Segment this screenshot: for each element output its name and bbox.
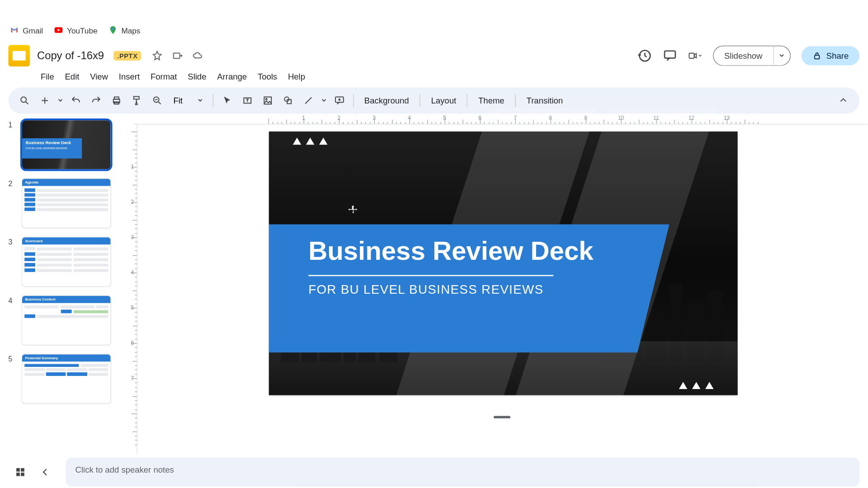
- zoom-out-icon[interactable]: [148, 92, 166, 110]
- thumbnail-5[interactable]: Financial Summary: [22, 354, 111, 404]
- share-label: Share: [826, 51, 849, 61]
- menu-arrange[interactable]: Arrange: [212, 70, 252, 84]
- bookmark-youtube[interactable]: YouTube: [54, 25, 98, 36]
- star-icon[interactable]: [152, 50, 163, 61]
- bookmark-maps-label: Maps: [121, 26, 140, 35]
- svg-rect-4: [689, 53, 694, 58]
- undo-icon[interactable]: [67, 92, 85, 110]
- thumb-number: 2: [9, 178, 16, 228]
- title-row: Copy of -16x9 .PPTX Slideshow Share: [0, 40, 868, 68]
- menu-edit[interactable]: Edit: [60, 70, 84, 84]
- triangle-decoration-br: [679, 382, 714, 389]
- move-icon[interactable]: [172, 50, 183, 61]
- bookmark-maps[interactable]: Maps: [108, 25, 140, 36]
- share-button[interactable]: Share: [801, 46, 859, 65]
- svg-rect-31: [21, 468, 24, 472]
- new-slide-dropdown-icon[interactable]: [56, 92, 65, 110]
- comment-add-icon[interactable]: [330, 92, 348, 110]
- print-icon[interactable]: [108, 92, 126, 110]
- search-menus-icon[interactable]: [15, 92, 33, 110]
- menu-help[interactable]: Help: [283, 70, 310, 84]
- menu-file[interactable]: File: [36, 70, 59, 84]
- canvas-area: 12345678910111213 1234567: [126, 114, 868, 455]
- menu-bar: File Edit View Insert Format Slide Arran…: [0, 68, 868, 87]
- vertical-ruler[interactable]: 1234567: [126, 124, 137, 454]
- bookmark-gmail-label: Gmail: [23, 26, 43, 35]
- triangle-decoration-tl: [293, 137, 328, 145]
- thumb-number: 3: [9, 237, 16, 287]
- paint-format-icon[interactable]: [128, 92, 146, 110]
- menu-view[interactable]: View: [85, 70, 113, 84]
- menu-slide[interactable]: Slide: [183, 70, 211, 84]
- thumb2-title: Agenda: [22, 179, 111, 186]
- slideshow-dropdown[interactable]: [774, 46, 791, 66]
- gmail-icon: [9, 25, 19, 36]
- separator: [467, 94, 467, 107]
- line-dropdown-icon[interactable]: [320, 92, 328, 110]
- menu-format[interactable]: Format: [146, 70, 182, 84]
- speaker-notes[interactable]: Click to add speaker notes: [66, 458, 859, 486]
- thumb5-title: Financial Summary: [22, 354, 111, 361]
- thumbnail-panel[interactable]: 1 Business Review Deck FOR BU LEVEL BUSI…: [0, 114, 126, 455]
- meet-icon[interactable]: [688, 48, 702, 63]
- present-handle[interactable]: [494, 416, 510, 418]
- redo-icon[interactable]: [87, 92, 105, 110]
- thumbnail-1[interactable]: Business Review Deck FOR BU LEVEL BUSINE…: [22, 120, 111, 170]
- collapse-toolbar-icon[interactable]: [835, 92, 853, 110]
- collapse-filmstrip-icon[interactable]: [39, 466, 51, 478]
- zoom-value: Fit: [173, 96, 183, 105]
- zoom-selector[interactable]: Fit: [169, 94, 208, 106]
- select-tool-icon[interactable]: [218, 92, 236, 110]
- thumb-number: 4: [9, 295, 16, 345]
- toolbar-theme[interactable]: Theme: [472, 94, 510, 108]
- thumb-number: 5: [9, 354, 16, 404]
- thumb3-title: Scorecard: [22, 237, 111, 244]
- shape-icon[interactable]: [279, 92, 297, 110]
- svg-point-14: [265, 99, 267, 100]
- bookmarks-bar: Gmail YouTube Maps: [0, 22, 868, 40]
- document-title[interactable]: Copy of -16x9: [37, 49, 104, 62]
- svg-rect-8: [114, 97, 119, 99]
- toolbar-background[interactable]: Background: [359, 94, 415, 108]
- separator: [353, 94, 354, 107]
- title-divider: [308, 275, 553, 276]
- menu-tools[interactable]: Tools: [253, 70, 282, 84]
- slideshow-button[interactable]: Slideshow: [713, 46, 774, 66]
- slides-app-icon[interactable]: [9, 45, 30, 67]
- bottom-bar: Click to add speaker notes: [0, 458, 868, 486]
- separator: [212, 94, 213, 107]
- toolbar-layout[interactable]: Layout: [425, 94, 462, 108]
- svg-point-1: [112, 28, 114, 29]
- svg-rect-30: [16, 468, 20, 472]
- lock-icon: [812, 51, 821, 61]
- new-slide-icon[interactable]: [36, 92, 54, 110]
- title-banner[interactable]: Business Review Deck FOR BU LEVEL BUSINE…: [269, 224, 670, 352]
- menu-insert[interactable]: Insert: [114, 70, 144, 84]
- image-icon[interactable]: [259, 92, 277, 110]
- thumbnail-3[interactable]: Scorecard: [22, 237, 111, 287]
- maps-icon: [108, 25, 118, 36]
- thumb4-title: Business Context: [22, 296, 111, 303]
- svg-rect-32: [16, 473, 20, 476]
- textbox-icon[interactable]: [238, 92, 256, 110]
- thumbnail-2[interactable]: Agenda: [22, 178, 111, 228]
- line-icon[interactable]: [299, 92, 317, 110]
- grid-view-icon[interactable]: [14, 466, 26, 478]
- youtube-icon: [54, 25, 63, 36]
- cloud-status-icon[interactable]: [193, 50, 203, 61]
- svg-point-6: [21, 97, 26, 103]
- thumb1-title: Business Review Deck: [26, 141, 78, 145]
- move-cursor-icon: [348, 205, 359, 216]
- comments-icon[interactable]: [663, 48, 677, 63]
- thumb-number: 1: [9, 120, 16, 170]
- bookmark-gmail[interactable]: Gmail: [9, 25, 43, 36]
- thumb1-sub: FOR BU LEVEL BUSINESS REVIEWS: [26, 146, 78, 150]
- speaker-notes-placeholder: Click to add speaker notes: [75, 465, 174, 474]
- toolbar-transition[interactable]: Transition: [520, 94, 569, 108]
- slide-subtitle: FOR BU LEVEL BUSINESS REVIEWS: [308, 282, 639, 296]
- history-icon[interactable]: [637, 48, 652, 63]
- slide-title: Business Review Deck: [308, 236, 639, 267]
- thumbnail-4[interactable]: Business Context: [22, 295, 111, 345]
- slide-canvas[interactable]: Business Review Deck FOR BU LEVEL BUSINE…: [269, 131, 737, 395]
- svg-rect-33: [21, 473, 24, 476]
